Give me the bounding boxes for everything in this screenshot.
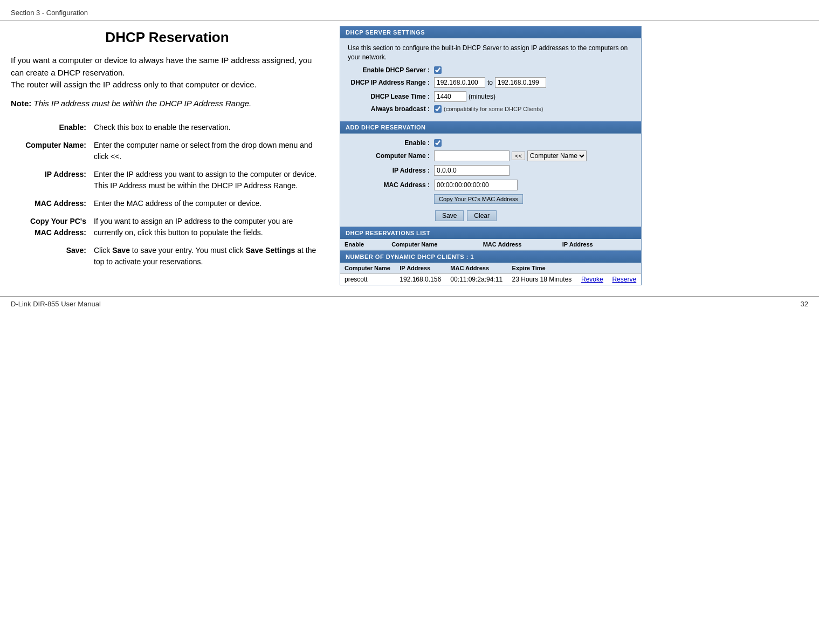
client-revoke[interactable]: Revoke — [577, 273, 608, 285]
computer-name-label: Computer Name : — [348, 152, 434, 160]
reservations-list-header-row: Enable Computer Name MAC Address IP Addr… — [340, 239, 641, 250]
desc-label-enable: Enable: — [11, 119, 92, 136]
dynamic-col-computer-name: Computer Name — [340, 263, 395, 274]
dynamic-clients-section: NUMBER OF DYNAMIC DHCP CLIENTS : 1 Compu… — [340, 250, 641, 285]
ip-address-row: IP Address : — [348, 165, 634, 176]
col-actions — [624, 239, 641, 250]
ip-range-row: DHCP IP Address Range : to — [348, 77, 634, 88]
client-mac-address: 00:11:09:2a:94:11 — [446, 273, 507, 285]
dhcp-server-settings: Use this section to configure the built-… — [340, 38, 641, 121]
col-ip-address: IP Address — [558, 239, 624, 250]
content-area: DHCP Reservation If you want a computer … — [0, 26, 819, 285]
section-label-text: Section 3 - Configuration — [11, 9, 88, 17]
ip-address-input[interactable] — [434, 165, 510, 176]
table-row: prescott 192.168.0.156 00:11:09:2a:94:11… — [340, 273, 641, 285]
enable-reservation-row: Enable : — [348, 139, 634, 147]
enable-reservation-value — [434, 139, 442, 147]
ip-address-value — [434, 165, 510, 176]
desc-row-mac-address: MAC Address: Enter the MAC address of th… — [11, 195, 324, 213]
ip-address-label: IP Address : — [348, 167, 434, 174]
broadcast-value: (compatibility for some DHCP Clients) — [434, 105, 543, 113]
dhcp-server-header: DHCP SERVER SETTINGS — [340, 26, 641, 38]
client-expire-time: 23 Hours 18 Minutes — [508, 273, 577, 285]
clear-button[interactable]: Clear — [467, 210, 497, 221]
page-container: Section 3 - Configuration DHCP Reservati… — [0, 0, 819, 644]
desc-label-mac-address: MAC Address: — [11, 195, 92, 213]
dynamic-col-mac-address: MAC Address — [446, 263, 507, 274]
ip-range-label: DHCP IP Address Range : — [348, 79, 434, 86]
desc-text-save: Click Save to save your entry. You must … — [92, 242, 324, 271]
desc-text-mac-address: Enter the MAC address of the computer or… — [92, 195, 324, 213]
lease-time-unit: (minutes) — [469, 93, 495, 100]
copy-mac-button-container: Copy Your PC's MAC Address — [434, 194, 523, 207]
intro-text: If you want a computer or device to alwa… — [11, 54, 324, 91]
dhcp-server-description: Use this section to configure the built-… — [348, 44, 634, 62]
desc-label-ip-address: IP Address: — [11, 166, 92, 195]
mac-address-label: MAC Address : — [348, 181, 434, 189]
desc-label-computer-name: Computer Name: — [11, 136, 92, 166]
page-title: DHCP Reservation — [11, 29, 324, 46]
lease-time-row: DHCP Lease Time : (minutes) — [348, 91, 634, 102]
computer-name-row: Computer Name : << Computer Name — [348, 150, 634, 161]
copy-mac-row: Copy Your PC's MAC Address — [348, 194, 634, 207]
copy-mac-button[interactable]: Copy Your PC's MAC Address — [434, 194, 523, 204]
client-computer-name: prescott — [340, 273, 395, 285]
enable-reservation-label: Enable : — [348, 139, 434, 147]
bottom-bar: D-Link DIR-855 User Manual 32 — [0, 296, 819, 311]
computer-name-value: << Computer Name — [434, 150, 587, 161]
reservations-list-header: DHCP RESERVATIONS LIST — [340, 227, 641, 239]
dynamic-col-revoke — [577, 263, 608, 274]
desc-label-save: Save: — [11, 242, 92, 271]
desc-row-ip-address: IP Address: Enter the IP address you wan… — [11, 166, 324, 195]
dynamic-clients-header-row: Computer Name IP Address MAC Address Exp… — [340, 263, 641, 274]
client-ip-address: 192.168.0.156 — [395, 273, 446, 285]
col-enable: Enable — [340, 239, 387, 250]
bottom-left-text: D-Link DIR-855 User Manual — [11, 300, 101, 308]
computer-name-input[interactable] — [434, 150, 510, 161]
lease-time-input[interactable] — [434, 91, 466, 102]
mac-address-input[interactable] — [434, 180, 518, 190]
add-reservation-header: ADD DHCP RESERVATION — [340, 121, 641, 133]
desc-row-enable: Enable: Check this box to enable the res… — [11, 119, 324, 136]
desc-text-ip-address: Enter the IP address you want to assign … — [92, 166, 324, 195]
ip-range-value: to — [434, 77, 546, 88]
dynamic-col-reserve — [608, 263, 641, 274]
revoke-link[interactable]: Revoke — [581, 276, 603, 283]
mac-address-value — [434, 180, 518, 190]
save-button[interactable]: Save — [435, 210, 464, 221]
computer-name-dropdown[interactable]: Computer Name — [527, 150, 587, 161]
enable-reservation-checkbox[interactable] — [434, 139, 442, 147]
section-label: Section 3 - Configuration — [0, 5, 819, 20]
col-mac-address: MAC Address — [479, 239, 558, 250]
bottom-right-text: 32 — [801, 300, 808, 308]
enable-dhcp-value — [434, 66, 442, 74]
dynamic-clients-table: Computer Name IP Address MAC Address Exp… — [340, 263, 641, 285]
mac-address-row: MAC Address : — [348, 180, 634, 190]
desc-text-copy-mac: If you want to assign an IP address to t… — [92, 213, 324, 242]
desc-row-copy-mac: Copy Your PC'sMAC Address: If you want t… — [11, 213, 324, 242]
add-reservation-section: Enable : Computer Name : << Computer Nam… — [340, 133, 641, 227]
client-reserve[interactable]: Reserve — [608, 273, 641, 285]
reservations-list-table: Enable Computer Name MAC Address IP Addr… — [340, 239, 641, 250]
dynamic-col-ip-address: IP Address — [395, 263, 446, 274]
broadcast-note: (compatibility for some DHCP Clients) — [444, 106, 543, 112]
col-computer-name: Computer Name — [387, 239, 478, 250]
dynamic-col-expire-time: Expire Time — [508, 263, 577, 274]
reserve-link[interactable]: Reserve — [612, 276, 636, 283]
ip-range-from-input[interactable] — [434, 77, 485, 88]
enable-dhcp-checkbox[interactable] — [434, 66, 442, 74]
cc-button[interactable]: << — [512, 152, 525, 160]
desc-row-computer-name: Computer Name: Enter the computer name o… — [11, 136, 324, 166]
broadcast-checkbox[interactable] — [434, 105, 442, 113]
broadcast-label: Always broadcast : — [348, 105, 434, 113]
dynamic-clients-body: prescott 192.168.0.156 00:11:09:2a:94:11… — [340, 273, 641, 285]
left-panel: DHCP Reservation If you want a computer … — [11, 26, 324, 285]
broadcast-row: Always broadcast : (compatibility for so… — [348, 105, 634, 113]
dynamic-clients-header: NUMBER OF DYNAMIC DHCP CLIENTS : 1 — [340, 251, 641, 263]
desc-text-computer-name: Enter the computer name or select from t… — [92, 136, 324, 166]
enable-dhcp-row: Enable DHCP Server : — [348, 66, 634, 74]
dhcp-box: DHCP SERVER SETTINGS Use this section to… — [340, 26, 642, 285]
desc-label-copy-mac: Copy Your PC'sMAC Address: — [11, 213, 92, 242]
ip-range-to-input[interactable] — [495, 77, 546, 88]
enable-dhcp-label: Enable DHCP Server : — [348, 66, 434, 74]
